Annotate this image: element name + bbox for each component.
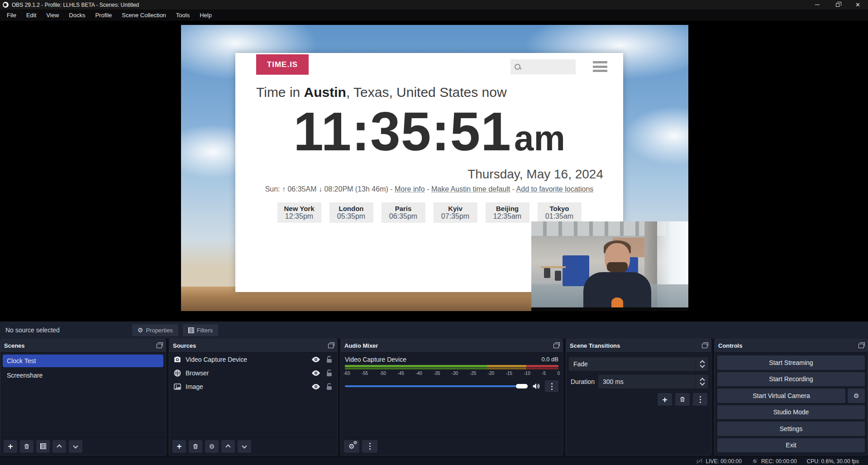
minimize-button[interactable] bbox=[807, 0, 827, 10]
start-streaming-button[interactable]: Start Streaming bbox=[717, 355, 865, 370]
menu-help[interactable]: Help bbox=[195, 10, 217, 21]
virtual-camera-config-button[interactable]: ⚙ bbox=[848, 388, 865, 403]
scenes-dock-header[interactable]: Scenes bbox=[0, 339, 166, 353]
advanced-audio-button[interactable]: ⚙ bbox=[344, 440, 359, 453]
filters-button[interactable]: Filters bbox=[183, 324, 218, 336]
sources-dock-header[interactable]: Sources bbox=[169, 339, 337, 353]
scenes-toolbar: + bbox=[0, 437, 166, 455]
transition-selected-value: Fade bbox=[569, 360, 696, 368]
controls-dock: Controls Start Streaming Start Recording… bbox=[714, 339, 868, 455]
duration-spinner-arrows[interactable] bbox=[696, 375, 708, 388]
sources-toolbar: + ⚙ bbox=[169, 437, 337, 455]
city-newyork[interactable]: New York12:35pm bbox=[277, 202, 321, 223]
eye-icon[interactable] bbox=[312, 356, 320, 363]
source-properties-button[interactable]: ⚙ bbox=[205, 440, 219, 453]
popout-icon[interactable] bbox=[702, 344, 707, 348]
webcam-chair bbox=[555, 271, 561, 281]
start-recording-button[interactable]: Start Recording bbox=[717, 372, 865, 387]
make-default-link[interactable]: Make Austin time default bbox=[431, 185, 510, 193]
remove-scene-button[interactable] bbox=[20, 440, 33, 453]
speaker-icon[interactable] bbox=[532, 383, 540, 390]
menu-scene-collection[interactable]: Scene Collection bbox=[117, 10, 171, 21]
add-scene-button[interactable]: + bbox=[4, 440, 17, 453]
heading-prefix: Time in bbox=[256, 85, 304, 100]
scene-item-clock-test[interactable]: Clock Test bbox=[3, 355, 163, 367]
menu-file[interactable]: File bbox=[2, 10, 21, 21]
sources-dock-title: Sources bbox=[173, 342, 196, 349]
close-button[interactable]: ✕ bbox=[848, 0, 868, 10]
studio-mode-button[interactable]: Studio Mode bbox=[717, 405, 865, 420]
city-tokyo[interactable]: Tokyo01:35am bbox=[538, 202, 582, 223]
city-beijing[interactable]: Beijing12:35am bbox=[486, 202, 529, 223]
webcam-overlay[interactable] bbox=[531, 221, 688, 311]
timeis-search-box[interactable] bbox=[510, 59, 576, 74]
menu-profile[interactable]: Profile bbox=[90, 10, 117, 21]
city-kyiv[interactable]: Kyiv07:35pm bbox=[434, 202, 477, 223]
menu-edit[interactable]: Edit bbox=[21, 10, 41, 21]
menu-docks[interactable]: Docks bbox=[64, 10, 90, 21]
menu-tools[interactable]: Tools bbox=[171, 10, 195, 21]
add-source-button[interactable]: + bbox=[172, 440, 186, 453]
start-virtual-camera-button[interactable]: Start Virtual Camera bbox=[717, 388, 845, 403]
sources-dock: Sources Video Capture Device Browser bbox=[169, 339, 338, 455]
transition-select[interactable]: Fade bbox=[569, 357, 708, 371]
volume-meter-bar bbox=[345, 365, 558, 367]
hamburger-menu-icon[interactable] bbox=[593, 61, 607, 72]
transition-properties-button[interactable] bbox=[693, 393, 707, 406]
timeis-logo[interactable]: TIME.IS bbox=[256, 54, 309, 75]
filters-icon bbox=[188, 327, 194, 333]
exit-button[interactable]: Exit bbox=[717, 438, 865, 453]
trash-icon bbox=[24, 443, 30, 450]
popout-icon[interactable] bbox=[157, 344, 162, 348]
webcam-letterbox bbox=[531, 307, 688, 311]
controls-dock-header[interactable]: Controls bbox=[715, 339, 868, 353]
city-paris[interactable]: Paris06:35pm bbox=[382, 202, 425, 223]
scene-preview[interactable]: TIME.IS Time in Austin, Texas, United St… bbox=[181, 25, 688, 311]
duration-spinner[interactable]: 300 ms bbox=[598, 375, 708, 388]
eye-icon[interactable] bbox=[312, 384, 320, 390]
audio-mixer-menu-button[interactable] bbox=[362, 440, 377, 453]
move-source-up-button[interactable] bbox=[221, 440, 235, 453]
audio-channel-db: 0.0 dB bbox=[541, 356, 558, 363]
audio-mixer-dock-header[interactable]: Audio Mixer bbox=[341, 339, 563, 353]
source-row-browser[interactable]: Browser bbox=[169, 366, 337, 380]
volume-slider[interactable] bbox=[345, 385, 528, 387]
more-info-link[interactable]: More info bbox=[395, 185, 425, 193]
volume-slider-handle[interactable] bbox=[516, 384, 528, 388]
add-favorite-link[interactable]: Add to favorite locations bbox=[516, 185, 594, 193]
sources-list: Video Capture Device Browser bbox=[169, 353, 337, 437]
preview-canvas-area: TIME.IS Time in Austin, Texas, United St… bbox=[0, 21, 868, 321]
filters-icon bbox=[40, 443, 46, 449]
menu-view[interactable]: View bbox=[41, 10, 64, 21]
volume-meter bbox=[345, 365, 558, 369]
source-row-video-capture[interactable]: Video Capture Device bbox=[169, 353, 337, 366]
move-scene-up-button[interactable] bbox=[52, 440, 66, 453]
move-scene-down-button[interactable] bbox=[69, 440, 82, 453]
remove-transition-button[interactable] bbox=[675, 393, 690, 406]
audio-channel-menu-button[interactable] bbox=[545, 380, 558, 392]
scene-transitions-dock-header[interactable]: Scene Transitions bbox=[566, 339, 711, 353]
settings-button[interactable]: Settings bbox=[717, 422, 865, 436]
scene-filters-button[interactable] bbox=[36, 440, 50, 453]
scene-item-screenshare[interactable]: Screenshare bbox=[3, 369, 163, 382]
search-input[interactable] bbox=[521, 59, 576, 74]
add-transition-button[interactable]: + bbox=[658, 393, 672, 406]
popout-icon[interactable] bbox=[553, 344, 559, 348]
unlock-icon[interactable] bbox=[326, 383, 332, 390]
eye-icon[interactable] bbox=[312, 370, 320, 376]
restore-button[interactable] bbox=[827, 0, 848, 10]
properties-button[interactable]: ⚙ Properties bbox=[132, 324, 178, 336]
titlebar: OBS 29.1.2 - Profile: LLHLS BETA - Scene… bbox=[0, 0, 868, 10]
popout-icon[interactable] bbox=[858, 344, 864, 348]
unlock-icon[interactable] bbox=[326, 369, 332, 377]
source-row-image[interactable]: Image bbox=[169, 380, 337, 393]
popout-icon[interactable] bbox=[328, 344, 334, 348]
move-source-down-button[interactable] bbox=[238, 440, 251, 453]
meter-scale: -60 -55 -50 -45 -40 -35 -30 -25 -20 -15 … bbox=[343, 371, 560, 376]
city-london[interactable]: London05:35pm bbox=[329, 202, 373, 223]
controls-dock-title: Controls bbox=[718, 342, 742, 349]
remove-source-button[interactable] bbox=[189, 440, 202, 453]
minimize-icon bbox=[815, 5, 820, 5]
unlock-icon[interactable] bbox=[326, 356, 332, 363]
transition-select-arrows[interactable] bbox=[696, 357, 708, 371]
